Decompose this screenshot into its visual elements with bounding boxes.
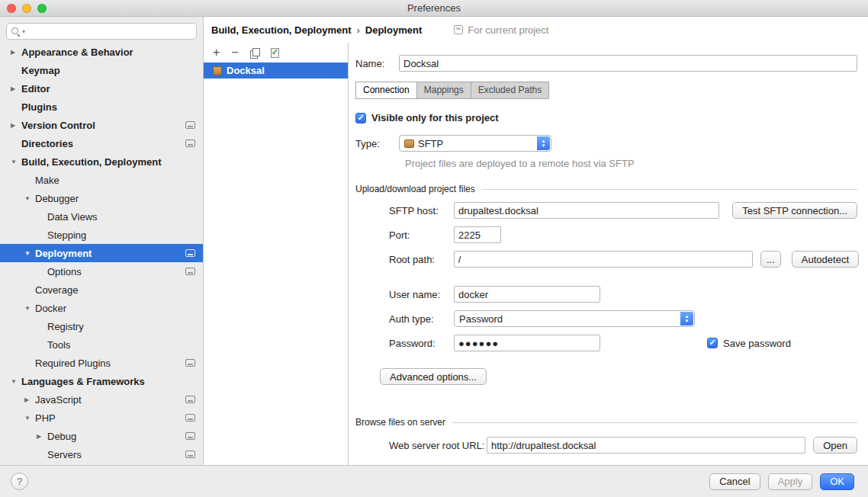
current-project-indicator-icon (185, 268, 195, 275)
password-row: Password: Save password (389, 335, 859, 351)
sidebar-item-languages-frameworks[interactable]: Languages & Frameworks (0, 372, 203, 390)
server-list-panel: + − Docksal (204, 43, 349, 465)
sidebar-item-coverage[interactable]: Coverage (0, 281, 203, 299)
search-box[interactable]: ▾ (6, 23, 197, 40)
server-list-item-docksal[interactable]: Docksal (204, 63, 348, 79)
cancel-button[interactable]: Cancel (709, 473, 760, 490)
tab-mappings[interactable]: Mappings (416, 82, 471, 99)
chevron-down-icon[interactable] (24, 305, 35, 312)
current-project-indicator-icon (185, 139, 195, 147)
sidebar-item-servers[interactable]: Servers (0, 445, 203, 463)
visible-checkbox[interactable] (355, 113, 366, 123)
close-icon[interactable] (7, 4, 16, 13)
sidebar-item-deployment[interactable]: Deployment (0, 244, 203, 262)
chevron-right-icon[interactable] (11, 122, 21, 129)
chevron-right-icon[interactable] (24, 396, 35, 403)
search-input[interactable] (27, 24, 192, 38)
chevron-right-icon[interactable] (37, 433, 47, 440)
advanced-options-button[interactable]: Advanced options... (380, 368, 487, 385)
sidebar-item-docker[interactable]: Docker (0, 299, 203, 317)
minimize-icon[interactable] (22, 4, 31, 13)
sftp-host-label: SFTP host: (389, 205, 454, 216)
sidebar-item-appearance-behavior[interactable]: Appearance & Behavior (0, 43, 203, 61)
name-input[interactable] (399, 55, 857, 72)
sidebar-item-version-control[interactable]: Version Control (0, 116, 203, 134)
sidebar-item-registry[interactable]: Registry (0, 317, 203, 335)
sidebar-item-tools[interactable]: Tools (0, 335, 203, 354)
zoom-icon[interactable] (37, 4, 47, 13)
chevron-down-icon[interactable] (24, 195, 35, 202)
browse-root-path-button[interactable]: ... (760, 251, 781, 268)
dropdown-stepper-icon[interactable]: ▲▼ (537, 136, 550, 150)
use-as-default-icon[interactable] (271, 48, 279, 58)
current-project-indicator-icon (185, 359, 195, 367)
help-button[interactable]: ? (11, 473, 28, 490)
auth-type-value: Password (459, 313, 503, 325)
chevron-right-icon[interactable] (11, 85, 21, 92)
root-path-input[interactable] (454, 251, 753, 268)
auth-type-row: Auth type: Password ▲▼ (389, 310, 859, 327)
chevron-down-icon[interactable] (24, 415, 35, 422)
browse-section-header: Browse files on server (355, 417, 859, 428)
sidebar-item-php[interactable]: PHP (0, 409, 203, 427)
sidebar-item-debug[interactable]: Debug (0, 427, 203, 445)
current-project-indicator-icon (185, 451, 195, 458)
type-select[interactable]: SFTP ▲▼ (399, 135, 551, 152)
sidebar-item-required-plugins[interactable]: Required Plugins (0, 354, 203, 372)
copy-icon[interactable] (250, 48, 259, 58)
sidebar-item-javascript[interactable]: JavaScript (0, 390, 203, 409)
search-area: ▾ (0, 17, 203, 41)
port-label: Port: (389, 229, 454, 241)
breadcrumb-separator: › (356, 24, 359, 36)
user-name-input[interactable] (454, 286, 600, 303)
chevron-right-icon[interactable] (11, 49, 21, 56)
web-root-input[interactable] (487, 437, 805, 454)
sftp-server-icon (213, 66, 222, 75)
remove-icon[interactable]: − (231, 46, 238, 59)
scope-indicator: For current project (454, 24, 548, 36)
user-name-label: User name: (389, 289, 454, 300)
sidebar-item-make[interactable]: Make (0, 171, 203, 189)
password-label: Password: (389, 338, 454, 349)
sidebar-item-data-views[interactable]: Data Views (0, 207, 203, 226)
sidebar-item-directories[interactable]: Directories (0, 134, 203, 152)
sidebar-item-stepping[interactable]: Stepping (0, 226, 203, 244)
add-icon[interactable]: + (213, 46, 220, 59)
apply-button[interactable]: Apply (768, 473, 813, 490)
sidebar-item-editor[interactable]: Editor (0, 79, 203, 98)
chevron-down-icon[interactable] (11, 378, 21, 385)
save-password-checkbox[interactable] (707, 338, 718, 348)
sidebar-item-plugins[interactable]: Plugins (0, 98, 203, 116)
name-label: Name: (355, 58, 399, 69)
dropdown-stepper-icon[interactable]: ▲▼ (680, 312, 693, 325)
current-project-icon (454, 25, 463, 34)
chevron-down-icon[interactable] (24, 250, 35, 257)
section-rule (452, 422, 857, 423)
type-row: Type: SFTP ▲▼ (355, 135, 859, 152)
search-history-chevron-icon[interactable]: ▾ (22, 28, 25, 35)
port-input[interactable] (454, 226, 501, 243)
sidebar-item-debugger[interactable]: Debugger (0, 189, 203, 207)
save-password-label: Save password (723, 338, 791, 349)
sftp-host-row: SFTP host: Test SFTP connection... (389, 202, 859, 219)
tab-excluded-paths[interactable]: Excluded Paths (471, 82, 549, 99)
test-sftp-connection-button[interactable]: Test SFTP connection... (732, 202, 857, 219)
open-button[interactable]: Open (813, 437, 857, 454)
tab-connection[interactable]: Connection (355, 82, 417, 99)
autodetect-button[interactable]: Autodetect (792, 251, 859, 268)
auth-type-select[interactable]: Password ▲▼ (454, 310, 695, 327)
search-icon (11, 27, 21, 37)
settings-sidebar: ▾ Appearance & Behavior Keymap Editor Pl… (0, 17, 204, 465)
ok-button[interactable]: OK (820, 473, 854, 490)
type-value: SFTP (418, 138, 443, 149)
save-password-row: Save password (707, 338, 791, 349)
sidebar-item-options[interactable]: Options (0, 262, 203, 281)
sftp-host-input[interactable] (454, 202, 719, 219)
password-input[interactable] (454, 335, 600, 351)
sidebar-item-keymap[interactable]: Keymap (0, 61, 203, 79)
web-root-row: Web server root URL: Open (389, 437, 859, 454)
chevron-down-icon[interactable] (11, 159, 21, 165)
sidebar-item-build-execution-deployment[interactable]: Build, Execution, Deployment (0, 152, 203, 171)
type-hint: Project files are deployed to a remote h… (405, 158, 859, 169)
user-name-row: User name: (389, 286, 859, 303)
